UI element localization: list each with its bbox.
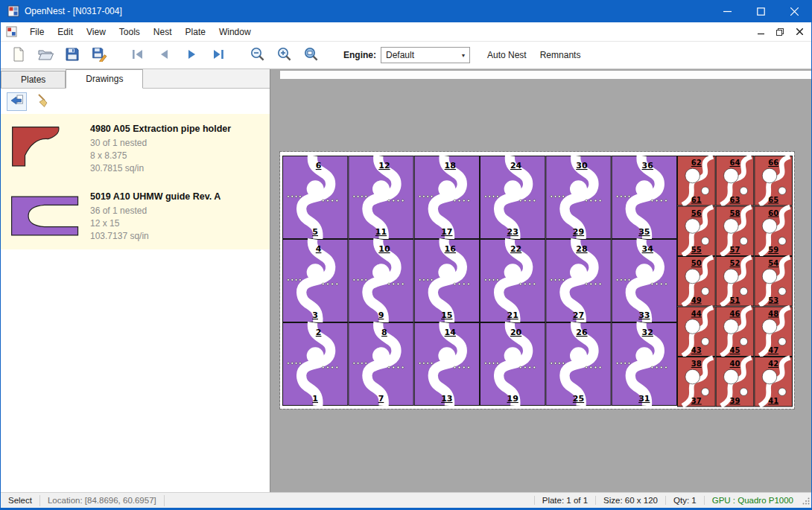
drawing-nested: 36 of 1 nested [90,205,221,217]
first-plate-button[interactable] [127,45,148,66]
purple-part-pair[interactable]: 87 [349,322,413,406]
purple-part-pair[interactable]: 3433 [612,239,676,322]
red-part-pair[interactable]: 6261 [678,156,716,206]
menu-nest[interactable]: Nest [147,24,179,40]
part-number: 4 [316,244,322,254]
zoom-in-button[interactable] [273,45,294,66]
part-number: 37 [691,397,702,405]
last-plate-button[interactable] [208,45,229,66]
purple-part-pair[interactable]: 2827 [546,239,611,322]
part-number: 9 [378,310,384,320]
part-number: 11 [375,227,387,237]
purple-part-pair[interactable]: 43 [283,239,348,322]
part-number: 52 [730,259,740,267]
menu-file[interactable]: File [23,24,51,40]
red-part-pair[interactable]: 5049 [678,257,716,307]
statusbar: Select Location: [84.8696, 60.6957] Plat… [1,492,811,508]
purple-part-pair[interactable]: 2221 [480,239,545,322]
red-part-pair[interactable]: 6665 [755,156,793,206]
main-toolbar: Engine: Default ▼ Auto Nest Remnants [1,42,811,69]
purple-part-pair[interactable]: 1211 [349,156,413,239]
purple-part-pair[interactable]: 65 [283,156,348,239]
purple-part-pair[interactable]: 2019 [480,322,545,406]
red-part-pair[interactable]: 4443 [678,307,716,357]
nest-canvas[interactable]: 6512111817242330293635431091615222128273… [270,69,811,492]
next-plate-button[interactable] [181,45,202,66]
auto-nest-button[interactable]: Auto Nest [480,46,533,64]
drawing-area: 103.7137 sq/in [90,230,221,243]
mdi-close-button[interactable] [790,25,808,39]
part-number: 45 [730,346,740,354]
save-as-icon [92,47,107,64]
zoom-fit-button[interactable] [300,45,321,66]
mdi-restore-button[interactable] [771,25,789,39]
part-number: 53 [768,296,778,305]
purple-part-pair[interactable]: 2423 [480,156,545,239]
status-gpu: GPU : Quadro P1000 [704,496,801,505]
menu-plate[interactable]: Plate [179,24,212,40]
new-document-icon [11,47,26,64]
previous-plate-button[interactable] [154,45,175,66]
open-button[interactable] [35,45,56,66]
maximize-button[interactable] [744,0,778,22]
minimize-button[interactable] [711,0,744,22]
red-part-pair[interactable]: 4645 [716,307,754,357]
menu-window[interactable]: Window [212,24,258,40]
red-part-pair[interactable]: 4847 [755,307,793,357]
red-part-pair[interactable]: 3837 [678,357,716,407]
return-part-button[interactable] [7,92,27,111]
part-number: 51 [730,296,740,305]
purple-part-pair[interactable]: 1615 [414,239,479,322]
red-part-pair[interactable]: 5251 [716,257,754,307]
zoom-fit-icon [303,46,319,64]
part-shape-purple [12,197,78,235]
status-qty: Qty: 1 [665,496,704,505]
menu-view[interactable]: View [80,24,112,40]
menu-tools[interactable]: Tools [112,24,147,40]
red-part-pair[interactable]: 5655 [678,206,716,256]
zoom-out-button[interactable] [247,45,267,66]
purple-part-pair[interactable]: 3231 [612,322,676,406]
save-button[interactable] [62,45,83,66]
status-mode: Select [1,496,39,505]
tab-drawings[interactable]: Drawings [66,69,143,89]
red-part-pair[interactable]: 6463 [716,156,754,206]
part-number: 32 [642,328,653,337]
clear-nest-button[interactable] [33,92,53,111]
red-part-pair[interactable]: 5453 [755,257,793,307]
plate-sheet[interactable]: 6512111817242330293635431091615222128273… [280,152,794,409]
part-number: 8 [381,328,387,337]
status-size: Size: 60 x 120 [595,496,665,505]
red-part-pair[interactable]: 5857 [716,206,754,256]
purple-part-pair[interactable]: 109 [349,239,413,322]
remnants-button[interactable]: Remnants [533,46,588,64]
drawing-name: 5019 A10 UHMW guide Rev. A [90,191,221,202]
red-part-pair[interactable]: 4039 [716,357,754,407]
purple-part-pair[interactable]: 3635 [612,156,676,239]
part-number: 12 [378,161,390,170]
purple-part-pair[interactable]: 2625 [546,322,611,406]
red-part-pair[interactable]: 6059 [755,206,793,256]
part-shape-red [13,127,59,165]
mdi-minimize-button[interactable] [752,25,770,39]
drawing-list-item[interactable]: 5019 A10 UHMW guide Rev. A 36 of 1 neste… [1,182,270,249]
purple-part-pair[interactable]: 21 [283,322,348,406]
resize-grip[interactable] [801,494,811,506]
menubar: File Edit View Tools Nest Plate Window [1,22,811,42]
drawing-name: 4980 A05 Extraction pipe holder [90,124,231,134]
part-number: 13 [441,394,452,404]
part-number: 3 [312,310,318,320]
engine-select[interactable]: Default ▼ [381,47,470,63]
red-part-pair[interactable]: 4241 [755,357,793,407]
drawing-list-item[interactable]: 4980 A05 Extraction pipe holder 30 of 1 … [1,114,270,182]
purple-part-pair[interactable]: 3029 [546,156,611,239]
save-as-button[interactable] [89,45,110,66]
new-button[interactable] [8,45,29,66]
close-button[interactable] [778,0,811,22]
save-icon [65,47,80,64]
tab-plates[interactable]: Plates [1,71,66,88]
menu-edit[interactable]: Edit [51,24,80,40]
plate-svg: 6512111817242330293635431091615222128273… [280,152,794,409]
purple-part-pair[interactable]: 1413 [414,322,479,406]
purple-part-pair[interactable]: 1817 [414,156,479,239]
